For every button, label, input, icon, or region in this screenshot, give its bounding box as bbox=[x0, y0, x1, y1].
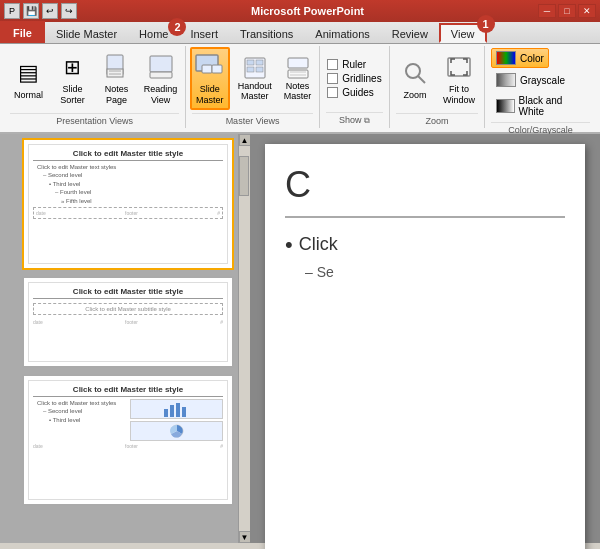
svg-rect-7 bbox=[202, 65, 212, 73]
slide-1-footer: date footer # bbox=[33, 207, 223, 219]
slide-1-bullet-1: Click to edit Master text styles bbox=[37, 163, 223, 171]
tab-home[interactable]: Home 2 bbox=[128, 23, 179, 43]
slide-thumb-1[interactable]: Click to edit Master title style Click t… bbox=[22, 138, 234, 270]
black-white-option[interactable]: Black and White bbox=[491, 92, 590, 120]
maximize-button[interactable]: □ bbox=[558, 4, 576, 18]
normal-label: Normal bbox=[14, 90, 43, 101]
save-icon[interactable]: 💾 bbox=[23, 3, 39, 19]
scroll-up-arrow[interactable]: ▲ bbox=[239, 134, 251, 146]
black-white-swatch bbox=[496, 99, 515, 113]
tab-file[interactable]: File bbox=[0, 21, 45, 43]
canvas-bullet-1: • Click bbox=[285, 234, 565, 256]
ruler-cb[interactable] bbox=[327, 59, 338, 70]
slide-thumb-2[interactable]: Click to edit Master title style Click t… bbox=[22, 276, 234, 368]
svg-rect-1 bbox=[107, 69, 123, 77]
slide-inner-1: Click to edit Master title style Click t… bbox=[28, 144, 228, 264]
slide-panel-scrollbar[interactable]: ▲ ▼ bbox=[238, 134, 250, 543]
slide-1-date: date bbox=[36, 210, 46, 216]
close-button[interactable]: ✕ bbox=[578, 4, 596, 18]
tab-transitions[interactable]: Transitions bbox=[229, 23, 304, 43]
notes-page-button[interactable]: NotesPage bbox=[97, 48, 137, 109]
slide-3-body: Click to edit Master text styles – Secon… bbox=[33, 399, 126, 424]
slide-1-title: Click to edit Master title style bbox=[33, 149, 223, 161]
zoom-label: Zoom bbox=[403, 90, 426, 101]
slide-thumb-3[interactable]: Click to edit Master title style Click t… bbox=[22, 374, 234, 506]
group-show-label: Show ⧉ bbox=[326, 112, 383, 128]
slide-3-b1: Click to edit Master text styles bbox=[37, 399, 126, 407]
slide-thumb-wrapper-2: Click to edit Master title style Click t… bbox=[4, 276, 234, 368]
show-checkboxes: Ruler Gridlines Guides bbox=[325, 55, 383, 102]
fit-window-button[interactable]: Fit toWindow bbox=[439, 48, 479, 109]
color-option[interactable]: Color bbox=[491, 48, 549, 68]
grayscale-option[interactable]: Grayscale bbox=[491, 70, 570, 90]
undo-icon[interactable]: ↩ bbox=[42, 3, 58, 19]
tab-animations[interactable]: Animations bbox=[304, 23, 380, 43]
color-label: Color bbox=[520, 53, 544, 64]
slide-master-label: SlideMaster bbox=[196, 84, 224, 106]
ruler-label: Ruler bbox=[342, 59, 366, 70]
black-white-label: Black and White bbox=[519, 95, 585, 117]
svg-rect-15 bbox=[288, 70, 308, 78]
slide-3-content: Click to edit Master text styles – Secon… bbox=[33, 399, 223, 441]
handout-master-label: HandoutMaster bbox=[238, 81, 272, 101]
app-icon: P bbox=[4, 3, 20, 19]
handout-master-button[interactable]: HandoutMaster bbox=[234, 53, 276, 104]
canvas-bullet-dot: • bbox=[285, 234, 293, 256]
ruler-checkbox[interactable]: Ruler bbox=[327, 59, 381, 70]
zoom-button[interactable]: Zoom bbox=[395, 54, 435, 104]
slide-1-footer-text: footer bbox=[125, 210, 138, 216]
svg-rect-11 bbox=[256, 60, 263, 65]
normal-button[interactable]: ▤ Normal bbox=[9, 54, 49, 104]
tab-slide-master[interactable]: Slide Master bbox=[45, 23, 128, 43]
slide-1-num: # bbox=[217, 210, 220, 216]
notes-master-icon bbox=[286, 56, 310, 80]
guides-label: Guides bbox=[342, 87, 374, 98]
slide-inner-2: Click to edit Master title style Click t… bbox=[28, 282, 228, 362]
slide-sorter-icon: ⊞ bbox=[57, 51, 89, 83]
group-presentation-views-content: ▤ Normal ⊞ SlideSorter NotesPage bbox=[10, 46, 179, 113]
grayscale-swatch bbox=[496, 73, 516, 87]
notes-master-button[interactable]: NotesMaster bbox=[280, 53, 316, 104]
slide-canvas: C • Click – Se bbox=[265, 144, 585, 549]
notes-master-label: NotesMaster bbox=[284, 81, 312, 101]
scroll-track[interactable] bbox=[239, 146, 250, 531]
svg-rect-21 bbox=[164, 409, 168, 417]
gridlines-cb[interactable] bbox=[327, 73, 338, 84]
slide-thumb-wrapper-3: Click to edit Master title style Click t… bbox=[4, 374, 234, 506]
tab-insert[interactable]: Insert bbox=[179, 23, 229, 43]
canvas-title: C bbox=[285, 164, 565, 218]
canvas-area: C • Click – Se bbox=[250, 134, 600, 543]
gridlines-checkbox[interactable]: Gridlines bbox=[327, 73, 381, 84]
title-bar: P 💾 ↩ ↪ Microsoft PowerPoint ─ □ ✕ bbox=[0, 0, 600, 22]
guides-checkbox[interactable]: Guides bbox=[327, 87, 381, 98]
ribbon-tabs: File Slide Master Home 2 Insert Transiti… bbox=[0, 22, 600, 44]
slide-3-chart-1 bbox=[130, 399, 223, 419]
tab-review[interactable]: Review bbox=[381, 23, 439, 43]
group-presentation-views: ▤ Normal ⊞ SlideSorter NotesPage bbox=[4, 46, 186, 128]
slide-1-bullet-2: – Second level bbox=[43, 171, 223, 179]
redo-icon[interactable]: ↪ bbox=[61, 3, 77, 19]
scroll-thumb[interactable] bbox=[239, 156, 249, 196]
slide-3-b2: – Second level bbox=[43, 407, 126, 415]
slide-inner-3: Click to edit Master title style Click t… bbox=[28, 380, 228, 500]
scroll-down-arrow[interactable]: ▼ bbox=[239, 531, 251, 543]
fit-window-icon bbox=[443, 51, 475, 83]
slide-2-date: date bbox=[33, 319, 43, 325]
svg-rect-5 bbox=[150, 72, 172, 78]
guides-cb[interactable] bbox=[327, 87, 338, 98]
slide-sorter-button[interactable]: ⊞ SlideSorter bbox=[53, 48, 93, 109]
reading-view-button[interactable]: ReadingView bbox=[141, 48, 181, 109]
tab-view[interactable]: View 1 bbox=[439, 23, 487, 43]
ribbon: ▤ Normal ⊞ SlideSorter NotesPage bbox=[0, 44, 600, 134]
group-show-content: Ruler Gridlines Guides bbox=[326, 46, 383, 112]
window-title: Microsoft PowerPoint bbox=[81, 5, 534, 17]
show-expand-icon[interactable]: ⧉ bbox=[364, 116, 370, 125]
svg-rect-8 bbox=[212, 65, 222, 73]
slide-master-button[interactable]: SlideMaster bbox=[190, 47, 230, 110]
group-color-content: Color Grayscale Black and White bbox=[491, 46, 590, 122]
svg-rect-12 bbox=[247, 67, 254, 72]
svg-rect-24 bbox=[182, 407, 186, 417]
svg-point-18 bbox=[406, 64, 420, 78]
minimize-button[interactable]: ─ bbox=[538, 4, 556, 18]
group-show: Ruler Gridlines Guides Show ⧉ bbox=[320, 46, 390, 128]
